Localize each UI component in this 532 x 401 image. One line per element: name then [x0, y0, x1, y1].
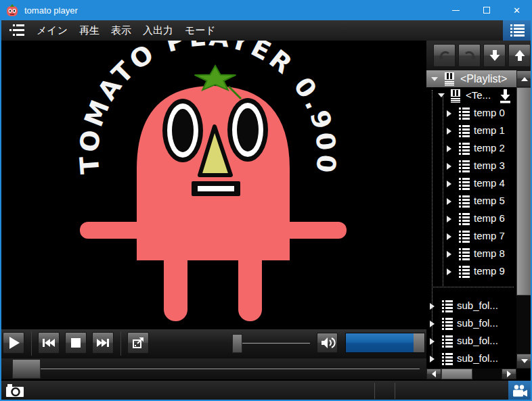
redo-button[interactable] [458, 44, 481, 67]
scroll-right-button[interactable] [502, 369, 516, 379]
video-mode-button[interactable] [508, 381, 531, 400]
tree-item-label: sub_fol... [457, 317, 498, 329]
secondary-slider-thumb[interactable] [232, 334, 242, 353]
horizontal-scrollbar-thumb[interactable] [441, 369, 472, 379]
resize-video-button[interactable] [127, 332, 149, 354]
playlist-tree: <Te... temp 0 temp 1 [426, 87, 516, 369]
playlist-vertical-scrollbar[interactable] [516, 87, 532, 369]
tree-item-temp-3[interactable]: temp 3 [426, 158, 516, 175]
expand-caret[interactable] [447, 145, 451, 152]
move-down-button[interactable] [483, 44, 506, 67]
list-item-icon [441, 300, 454, 313]
tree-item-label: temp 4 [474, 177, 505, 189]
titlebar: tomato player ✕ [0, 0, 532, 20]
seek-thumb[interactable] [12, 359, 41, 379]
tree-item-temp-8[interactable]: temp 8 [426, 245, 516, 263]
tree-item-temp-9[interactable]: temp 9 [426, 263, 516, 281]
playlist-doc-icon [443, 72, 456, 86]
tree-list-menu-button[interactable] [5, 22, 28, 39]
tree-item-label: temp 8 [474, 247, 505, 259]
volume-gauge[interactable] [345, 333, 425, 353]
expand-caret[interactable] [447, 233, 451, 240]
menu-item-playback[interactable]: 再生 [79, 24, 99, 37]
tree-item-label: temp 9 [474, 265, 505, 277]
stop-icon [68, 335, 83, 350]
secondary-slider-track[interactable] [242, 343, 310, 344]
volume-gauge-thumb[interactable] [414, 333, 424, 352]
expand-caret[interactable] [430, 303, 435, 310]
expand-caret[interactable] [430, 338, 435, 345]
expand-caret[interactable] [447, 128, 451, 135]
list-item-icon [458, 142, 471, 156]
menu-item-mode[interactable]: モード [185, 24, 216, 37]
expand-caret[interactable] [447, 110, 451, 117]
expand-caret[interactable] [447, 163, 451, 170]
seek-track[interactable] [41, 369, 420, 369]
close-button[interactable]: ✕ [502, 0, 532, 20]
playlist-horizontal-scrollbar[interactable] [426, 369, 516, 379]
scroll-left-button[interactable] [426, 369, 441, 379]
playlist-root-header[interactable]: <Playlist> [426, 70, 516, 87]
scroll-up-button[interactable] [516, 70, 532, 87]
undo-button[interactable] [433, 44, 456, 67]
previous-button[interactable] [38, 332, 60, 354]
mute-button[interactable] [317, 333, 338, 353]
minimize-button[interactable] [441, 0, 471, 20]
tree-item-temp-4[interactable]: temp 4 [426, 175, 516, 193]
expand-caret[interactable] [430, 356, 435, 362]
scroll-down-button[interactable] [516, 354, 532, 369]
snapshot-button[interactable] [5, 383, 26, 398]
tree-item-te-root[interactable]: <Te... [426, 87, 516, 105]
expand-caret[interactable] [447, 268, 451, 275]
tree-item-label: temp 5 [474, 195, 505, 206]
list-item-icon [441, 352, 454, 366]
tree-item-label: temp 7 [474, 230, 505, 241]
menu-item-main[interactable]: メイン [37, 24, 68, 37]
expand-caret[interactable] [447, 181, 451, 187]
playlist-doc-icon [449, 89, 462, 103]
tree-item-temp-1[interactable]: temp 1 [426, 122, 516, 140]
expand-caret[interactable] [447, 198, 451, 205]
tree-item-temp-5[interactable]: temp 5 [426, 193, 516, 210]
play-button[interactable] [3, 332, 24, 354]
move-up-button[interactable] [508, 44, 531, 67]
maximize-button[interactable] [471, 0, 502, 20]
playlist-toolbar [426, 41, 532, 70]
list-item-icon [458, 247, 471, 261]
tree-item-subfolder-0[interactable]: sub_fol... [426, 298, 516, 315]
video-display-area[interactable]: TOMATO PLAYER 0.900 [0, 41, 426, 329]
seek-bar[interactable] [0, 358, 426, 379]
tree-item-subfolder-1[interactable]: sub_fol... [426, 315, 516, 333]
tree-item-temp-6[interactable]: temp 6 [426, 210, 516, 228]
controls-separator [120, 331, 121, 356]
menu-item-io[interactable]: 入出力 [143, 24, 173, 37]
download-icon[interactable] [497, 89, 513, 103]
tree-list-icon [7, 24, 25, 37]
expand-collapse-caret[interactable] [437, 93, 445, 98]
tree-item-subfolder-3[interactable]: sub_fol... [426, 350, 516, 368]
next-button[interactable] [92, 332, 114, 354]
expand-caret[interactable] [447, 251, 451, 258]
play-icon [6, 335, 21, 350]
stop-button[interactable] [65, 332, 87, 354]
menubar: メイン 再生 表示 入出力 モード [0, 20, 532, 41]
tree-item-temp-7[interactable]: temp 7 [426, 228, 516, 245]
expand-caret[interactable] [447, 216, 451, 222]
arrow-up-icon [513, 49, 527, 62]
tree-item-subfolder-2[interactable]: sub_fol... [426, 333, 516, 350]
expand-caret[interactable] [430, 321, 435, 327]
list-item-icon [441, 335, 454, 348]
minimize-icon [452, 10, 460, 11]
vertical-scrollbar-thumb[interactable] [516, 87, 532, 296]
triangle-down-icon [521, 359, 528, 363]
list-item-icon [458, 212, 471, 226]
app-window: tomato player ✕ メイン 再生 表示 入出力 モード [0, 0, 532, 401]
tree-item-temp-2[interactable]: temp 2 [426, 140, 516, 158]
playlist-toggle-button[interactable] [503, 20, 531, 41]
close-icon: ✕ [513, 6, 520, 15]
menu-item-view[interactable]: 表示 [111, 24, 131, 37]
list-item-icon [458, 265, 471, 279]
status-separator [374, 383, 375, 399]
tree-item-label: temp 6 [474, 212, 505, 224]
tree-item-temp-0[interactable]: temp 0 [426, 105, 516, 122]
